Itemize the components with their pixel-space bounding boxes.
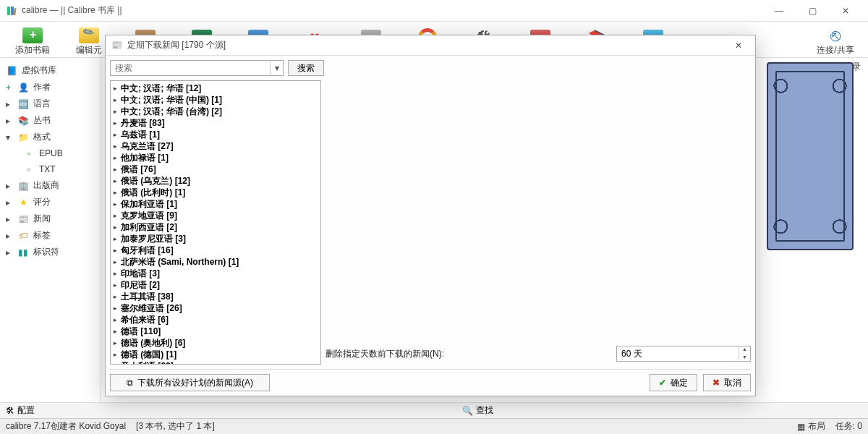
days-value: 60 天 (617, 348, 739, 360)
tree-series[interactable]: ▸📚丛书 (3, 112, 98, 129)
tree-tags[interactable]: ▸🏷标签 (3, 227, 98, 244)
window-titlebar: calibre — || Calibre 书库 || ― ▢ ✕ (0, 0, 868, 22)
status-bar: calibre 7.17创建者 Kovid Goyal [3 本书, 选中了 1… (0, 418, 868, 434)
language-row[interactable]: ▸他加禄语 [1] (111, 152, 320, 163)
language-label: 意大利语 [62] (121, 360, 174, 365)
language-row[interactable]: ▸加泰罗尼亚语 [3] (111, 233, 320, 244)
expand-icon[interactable]: + (6, 82, 13, 93)
id-icon: ▮▮ (17, 247, 29, 258)
dialog-title: 定期下载新闻 [1790 个源] (127, 39, 728, 51)
language-list[interactable]: ▸中文; 汉语; 华语 [12]▸中文; 汉语; 华语 (中国) [1]▸中文;… (110, 80, 321, 365)
tree-languages[interactable]: ▸🔤语言 (3, 95, 98, 112)
expand-arrow-icon: ▸ (114, 281, 119, 289)
language-row[interactable]: ▸乌兹语 [1] (111, 129, 320, 140)
dialog-search-input[interactable] (111, 61, 270, 75)
language-row[interactable]: ▸中文; 汉语; 华语 (台湾) [2] (111, 106, 320, 117)
language-row[interactable]: ▸中文; 汉语; 华语 (中国) [1] (111, 94, 320, 106)
cover-panel (752, 58, 868, 418)
publisher-icon: 🏢 (17, 180, 29, 192)
delete-old-label: 删除指定天数前下载的新闻(N): (326, 348, 444, 360)
schedule-news-dialog: 📰 定期下载新闻 [1790 个源] ✕ ▾ 搜索 ▸中文; 汉语; 华语 [1… (105, 35, 756, 396)
book-cover[interactable] (767, 62, 854, 250)
spin-down-icon[interactable]: ▼ (739, 354, 750, 362)
download-icon: ⧉ (127, 378, 133, 388)
tree-formats[interactable]: ▾📁格式 (3, 129, 98, 145)
language-label: 乌克兰语 [27] (121, 140, 174, 152)
author-icon: 👤 (17, 82, 29, 93)
language-row[interactable]: ▸俄语 (比利时) [1] (111, 187, 320, 198)
language-row[interactable]: ▸塞尔维亚语 [26] (111, 302, 320, 314)
status-tasks: 任务: 0 (835, 420, 862, 433)
expand-arrow-icon: ▸ (114, 362, 119, 365)
ok-button[interactable]: ✔确定 (650, 374, 697, 391)
expand-arrow-icon: ▸ (114, 131, 119, 138)
language-label: 匈牙利语 [16] (121, 244, 174, 256)
language-label: 俄语 (比利时) [1] (121, 187, 185, 198)
spin-up-icon[interactable]: ▲ (739, 346, 750, 354)
toolbar-add-books[interactable]: + 添加书籍 (6, 23, 59, 58)
expand-arrow-icon: ▸ (114, 154, 119, 161)
expand-arrow-icon: ▸ (114, 189, 119, 196)
language-row[interactable]: ▸匈牙利语 [16] (111, 244, 320, 256)
days-spinbox[interactable]: 60 天 ▲ ▼ (616, 346, 751, 362)
language-row[interactable]: ▸克罗地亚语 [9] (111, 210, 320, 221)
close-button[interactable]: ✕ (829, 0, 862, 22)
language-row[interactable]: ▸北萨米语 (Sami, Northern) [1] (111, 256, 320, 268)
minimize-button[interactable]: ― (762, 0, 796, 22)
tree-news[interactable]: ▸📰新闻 (3, 210, 98, 227)
language-label: 北萨米语 (Sami, Northern) [1] (121, 256, 239, 268)
language-row[interactable]: ▸加利西亚语 [2] (111, 221, 320, 233)
expand-arrow-icon: ▸ (114, 96, 119, 103)
dialog-search-combo[interactable]: ▾ (110, 60, 284, 76)
language-row[interactable]: ▸德语 (德国) [1] (111, 349, 320, 360)
x-icon: ✖ (712, 378, 720, 388)
svg-rect-0 (7, 7, 10, 15)
language-row[interactable]: ▸乌克兰语 [27] (111, 140, 320, 152)
edit-icon: ✎ (79, 27, 99, 43)
search-icon: 🔍 (462, 406, 473, 416)
toolbar-connect-share[interactable]: ⎋ 连接/共享 (809, 23, 862, 58)
expand-arrow-icon: ▸ (114, 247, 119, 254)
txt-icon: ▫ (23, 163, 35, 175)
language-row[interactable]: ▸德语 [110] (111, 326, 320, 337)
language-row[interactable]: ▸意大利语 [62] (111, 360, 320, 365)
language-row[interactable]: ▸中文; 汉语; 华语 [12] (111, 82, 320, 94)
format-icon: 📁 (17, 132, 29, 143)
tree-rating[interactable]: ▸★评分 (3, 194, 98, 210)
cancel-button[interactable]: ✖取消 (703, 374, 751, 391)
dialog-close-button[interactable]: ✕ (728, 41, 749, 51)
chevron-down-icon[interactable]: ▾ (270, 61, 283, 75)
tree-format-txt[interactable]: ▫TXT (3, 161, 98, 177)
tree-publisher[interactable]: ▸🏢出版商 (3, 177, 98, 194)
language-row[interactable]: ▸土耳其语 [38] (111, 291, 320, 302)
find-button[interactable]: 🔍查找 (462, 404, 493, 417)
language-row[interactable]: ▸俄语 (乌克兰) [12] (111, 175, 320, 187)
tree-virtual-library[interactable]: 📘虚拟书库 (3, 62, 98, 79)
language-row[interactable]: ▸印尼语 [2] (111, 279, 320, 291)
tree-format-epub[interactable]: ▫EPUB (3, 145, 98, 161)
language-row[interactable]: ▸俄语 [76] (111, 163, 320, 175)
tree-identifiers[interactable]: ▸▮▮标识符 (3, 244, 98, 260)
star-icon: ★ (17, 197, 29, 208)
language-row[interactable]: ▸德语 (奥地利) [6] (111, 337, 320, 349)
language-label: 塞尔维亚语 [26] (121, 302, 182, 314)
config-button[interactable]: 🛠配置 (6, 404, 35, 417)
tree-authors[interactable]: +👤作者 (3, 79, 98, 95)
layout-button[interactable]: ▦布局 (797, 420, 825, 433)
maximize-button[interactable]: ▢ (796, 0, 829, 22)
language-row[interactable]: ▸印地语 [3] (111, 268, 320, 279)
download-all-button[interactable]: ⧉ 下载所有设好计划的新闻源(A) (110, 374, 270, 391)
expand-arrow-icon: ▸ (114, 235, 119, 242)
layout-icon: ▦ (797, 422, 805, 432)
expand-arrow-icon: ▸ (114, 224, 119, 231)
language-row[interactable]: ▸丹麦语 [83] (111, 117, 320, 129)
dialog-search-button[interactable]: 搜索 (288, 60, 324, 76)
language-label: 中文; 汉语; 华语 [12] (121, 82, 201, 94)
expand-arrow-icon: ▸ (114, 166, 119, 173)
dialog-right-panel: 删除指定天数前下载的新闻(N): 60 天 ▲ ▼ (326, 80, 751, 365)
expand-arrow-icon: ▸ (114, 351, 119, 358)
language-label: 他加禄语 [1] (121, 152, 169, 163)
language-row[interactable]: ▸希伯来语 [6] (111, 314, 320, 326)
language-row[interactable]: ▸保加利亚语 [1] (111, 198, 320, 210)
language-label: 德语 (德国) [1] (121, 349, 176, 360)
